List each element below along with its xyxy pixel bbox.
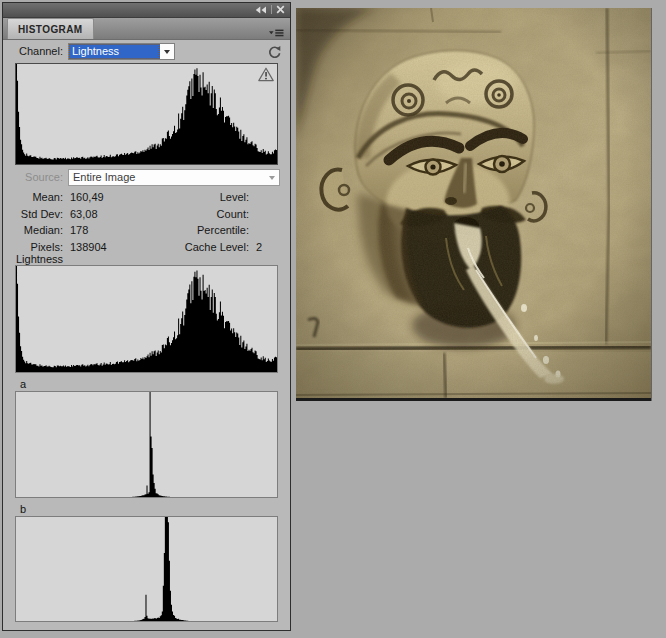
channel-select[interactable]: Lightness [68, 43, 175, 60]
panel-content: Channel: Lightness [3, 39, 290, 630]
panel-tab-bar: HISTOGRAM [3, 18, 290, 40]
close-icon [276, 5, 285, 14]
count-value [249, 208, 284, 225]
percentile-value [249, 224, 284, 241]
mean-value: 160,49 [63, 191, 159, 208]
cache-level-label: Cache Level: [159, 241, 249, 258]
chevron-down-icon[interactable] [160, 44, 174, 59]
warning-icon [258, 67, 274, 82]
close-panel-button[interactable] [276, 5, 285, 14]
histogram-panel: HISTOGRAM Channel: Lightness [2, 2, 291, 631]
stddev-value: 63,08 [63, 208, 159, 225]
median-value: 178 [63, 224, 159, 241]
histogram-lightness[interactable] [15, 265, 278, 373]
fountain-photo [296, 8, 651, 398]
channel-label: Channel: [3, 43, 63, 60]
section-label-lightness: Lightness [16, 253, 63, 265]
histogram-b[interactable] [15, 516, 278, 622]
section-label-a: a [20, 378, 26, 390]
percentile-label: Percentile: [159, 224, 249, 241]
source-row: Source: Entire Image [3, 169, 290, 187]
channel-selected-value: Lightness [69, 44, 160, 59]
tab-histogram-label: HISTOGRAM [18, 24, 83, 35]
refresh-icon [267, 45, 282, 60]
pixels-value: 138904 [63, 241, 159, 258]
source-label: Source: [3, 169, 63, 186]
uncached-refresh-button[interactable] [267, 45, 282, 64]
cached-data-warning-button[interactable] [258, 67, 274, 82]
panel-titlebar[interactable] [3, 3, 290, 18]
source-selected-value: Entire Image [69, 170, 265, 185]
chevron-down-icon [265, 170, 279, 185]
level-label: Level: [159, 191, 249, 208]
photoshop-workspace: { "panel": { "title": "HISTOGRAM" }, "ti… [0, 0, 666, 638]
histogram-lightness-main[interactable] [15, 63, 278, 165]
mean-label: Mean: [3, 191, 63, 208]
collapse-to-icons-button[interactable] [255, 6, 267, 14]
median-label: Median: [3, 224, 63, 241]
level-value [249, 191, 284, 208]
cache-level-value: 2 [249, 241, 284, 258]
source-select[interactable]: Entire Image [68, 169, 280, 186]
stddev-label: Std Dev: [3, 208, 63, 225]
statistics-readout: Mean: 160,49 Level: Std Dev: 63,08 Count… [3, 191, 284, 257]
channel-row: Channel: Lightness [3, 43, 290, 61]
document-canvas[interactable] [296, 8, 651, 401]
histogram-a[interactable] [15, 391, 278, 498]
titlebar-separator [271, 5, 272, 14]
section-label-b: b [20, 503, 26, 515]
count-label: Count: [159, 208, 249, 225]
double-left-triangles-icon [255, 6, 267, 14]
tab-histogram[interactable]: HISTOGRAM [7, 18, 94, 39]
